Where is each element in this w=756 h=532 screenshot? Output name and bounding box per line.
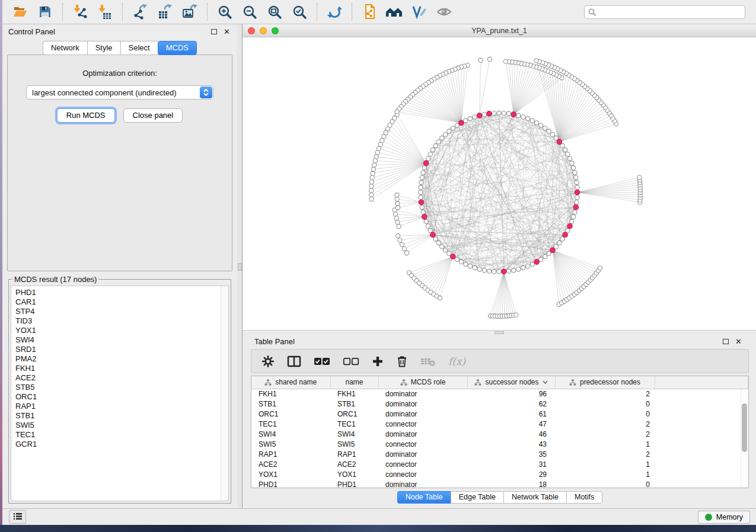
import-table-icon[interactable] — [93, 2, 117, 22]
mcds-result-item[interactable]: STP4 — [15, 307, 228, 316]
table-row[interactable]: RAP1RAP1dominator352 — [251, 449, 748, 459]
mcds-result-item[interactable]: PMA2 — [15, 354, 228, 364]
table-row[interactable]: YOX1YOX1connector291 — [251, 469, 748, 479]
mcds-result-item[interactable]: RAP1 — [15, 402, 228, 411]
control-panel-title: Control Panel — [8, 27, 55, 36]
criterion-select[interactable]: largest connected component (undirected) — [26, 85, 213, 100]
add-column-icon[interactable] — [372, 355, 384, 367]
zoom-fit-icon[interactable] — [263, 2, 286, 22]
home-icon[interactable] — [382, 2, 406, 22]
table-row[interactable]: STB1STB1dominator620 — [251, 399, 748, 409]
mcds-result-item[interactable]: TEC1 — [15, 430, 228, 440]
open-file-icon[interactable] — [8, 2, 32, 22]
refresh-icon[interactable] — [323, 2, 346, 22]
mcds-result-item[interactable]: FKH1 — [15, 364, 228, 373]
cell-shared-name: SWI5 — [251, 439, 330, 449]
network-canvas[interactable] — [243, 37, 756, 330]
cell-predecessor-nodes: 0 — [555, 479, 655, 488]
table-scrollbar[interactable] — [741, 389, 748, 487]
deselect-all-icon[interactable] — [343, 357, 359, 366]
cell-filler — [655, 389, 748, 399]
tab-mcds[interactable]: MCDS — [158, 41, 197, 55]
table-row[interactable]: ACE2ACE2connector311 — [251, 459, 748, 469]
gear-icon[interactable] — [261, 355, 275, 368]
select-all-icon[interactable] — [314, 357, 330, 366]
column-header-name[interactable]: name — [330, 376, 378, 389]
table-row[interactable]: FKH1FKH1dominator962 — [251, 389, 748, 399]
criterion-selected-value: largest connected component (undirected) — [32, 88, 177, 97]
mcds-result-item[interactable]: SWI4 — [15, 335, 228, 345]
tab-select[interactable]: Select — [120, 41, 158, 55]
mcds-result-item[interactable]: SWI5 — [15, 421, 228, 430]
tab-style[interactable]: Style — [87, 41, 120, 55]
float-panel-icon[interactable] — [723, 339, 729, 344]
zoom-in-icon[interactable] — [213, 2, 237, 22]
cell-name: PHD1 — [330, 479, 378, 488]
column-header-predecessor-nodes[interactable]: predecessor nodes — [555, 376, 655, 389]
export-image-icon[interactable] — [178, 2, 202, 22]
tab-network[interactable]: Network — [43, 41, 87, 55]
splitter-handle[interactable] — [495, 331, 504, 334]
export-network-icon[interactable] — [128, 2, 152, 22]
column-header-mcds-role[interactable]: MCDS role — [378, 376, 467, 389]
mcds-result-item[interactable]: ACE2 — [15, 373, 228, 383]
export-table-icon[interactable] — [153, 2, 177, 22]
task-history-button[interactable] — [9, 510, 26, 524]
network-window-titlebar[interactable]: YPA_prune.txt_1 — [243, 24, 756, 37]
horizontal-splitter[interactable] — [243, 330, 756, 334]
shared-column-icon — [474, 379, 481, 386]
maximize-window-icon[interactable] — [272, 27, 279, 34]
tab-node-table[interactable]: Node Table — [397, 491, 451, 504]
close-panel-icon[interactable]: ✕ — [224, 29, 230, 35]
minimize-window-icon[interactable] — [260, 27, 267, 34]
mcds-result-item[interactable]: GCR1 — [15, 440, 228, 449]
run-mcds-button[interactable]: Run MCDS — [57, 108, 115, 123]
network-graph[interactable] — [243, 37, 756, 330]
tab-edge-table[interactable]: Edge Table — [451, 491, 503, 504]
close-window-icon[interactable] — [248, 27, 255, 34]
table-row[interactable]: SWI5SWI5connector431 — [251, 439, 748, 449]
zoom-out-icon[interactable] — [238, 2, 261, 22]
search-input[interactable] — [584, 5, 745, 19]
column-header-successor-nodes[interactable]: successor nodes — [467, 376, 555, 389]
column-header-shared-name[interactable]: shared name — [251, 376, 330, 389]
network-view-window: YPA_prune.txt_1 — [243, 24, 756, 330]
close-panel-icon[interactable]: ✕ — [735, 339, 742, 345]
mcds-result-item[interactable]: STB1 — [15, 411, 228, 421]
cell-name: ORC1 — [330, 409, 378, 419]
splitter-handle[interactable] — [238, 263, 242, 271]
table-row[interactable]: ORC1ORC1dominator610 — [251, 409, 748, 419]
list-scrollbar[interactable] — [221, 286, 228, 501]
cell-filler — [655, 469, 748, 479]
table-row[interactable]: PHD1PHD1dominator180 — [251, 479, 748, 488]
vertical-splitter[interactable] — [237, 24, 243, 508]
zoom-selected-icon[interactable] — [288, 2, 311, 22]
node-table: shared namenameMCDS rolesuccessor nodesp… — [251, 376, 749, 488]
table-row[interactable]: SWI4SWI4dominator462 — [251, 429, 748, 439]
toolbar-separator — [352, 3, 352, 21]
tab-network-table[interactable]: Network Table — [503, 491, 566, 504]
table-scrollbar-thumb[interactable] — [742, 403, 747, 452]
mcds-result-item[interactable]: TID3 — [15, 316, 228, 326]
share-document-icon[interactable] — [358, 2, 381, 22]
eye-icon[interactable] — [432, 2, 456, 22]
float-panel-icon[interactable] — [211, 29, 217, 34]
mcds-result-item[interactable]: PHD1 — [15, 288, 228, 297]
mcds-result-item[interactable]: SRD1 — [15, 345, 228, 354]
mcds-result-item[interactable]: STB5 — [15, 383, 228, 392]
delete-icon[interactable] — [396, 355, 408, 368]
columns-icon[interactable] — [287, 355, 301, 368]
table-header-row[interactable]: shared namenameMCDS rolesuccessor nodesp… — [251, 376, 748, 389]
memory-button[interactable]: Memory — [698, 511, 750, 524]
table-row[interactable]: TEC1TEC1connector472 — [251, 419, 748, 429]
mcds-result-item[interactable]: YOX1 — [15, 326, 228, 335]
cell-name: ACE2 — [330, 459, 378, 469]
mcds-result-item[interactable]: CAR1 — [15, 297, 228, 307]
mcds-result-list[interactable]: PHD1CAR1STP4TID3YOX1SWI4SRD1PMA2FKH1ACE2… — [11, 286, 229, 501]
visual-style-icon[interactable] — [407, 2, 431, 22]
tab-motifs[interactable]: Motifs — [566, 491, 602, 504]
mcds-result-item[interactable]: ORC1 — [15, 392, 228, 402]
save-icon[interactable] — [33, 2, 57, 22]
import-network-icon[interactable] — [68, 2, 92, 22]
close-panel-button[interactable]: Close panel — [123, 108, 183, 123]
